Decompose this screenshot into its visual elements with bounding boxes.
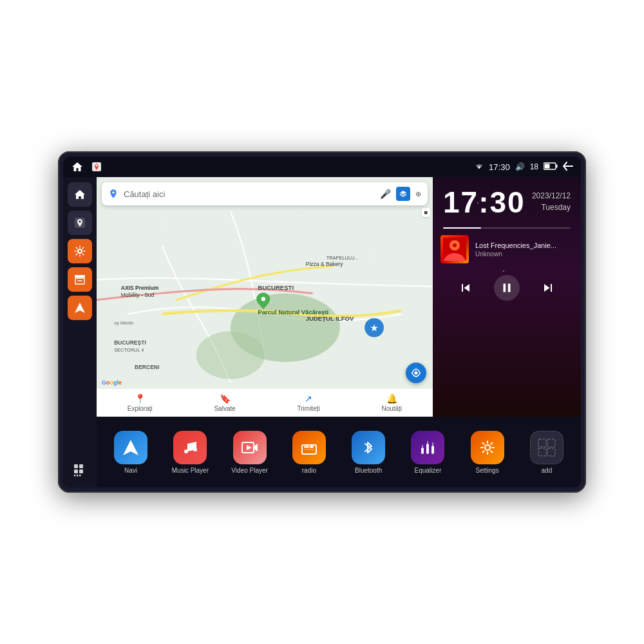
album-art-image	[440, 235, 469, 263]
music-artist: Unknown	[475, 251, 573, 258]
svg-rect-54	[431, 446, 434, 454]
battery-level: 18	[530, 162, 538, 171]
device: 17:30 🔊 18	[58, 151, 586, 493]
next-button[interactable]	[536, 276, 560, 299]
app-grid: Navi Music Player	[97, 417, 581, 488]
sidebar-item-apps[interactable]	[68, 458, 92, 482]
svg-marker-11	[75, 303, 85, 313]
svg-rect-59	[538, 439, 546, 447]
center-area: AXIS Premium Mobility - Sud Pizza & Bake…	[97, 177, 581, 488]
map-search-bar[interactable]: Căutați aici 🎤 ⊕	[102, 182, 428, 205]
svg-point-41	[193, 448, 197, 451]
svg-rect-60	[547, 439, 555, 447]
svg-point-6	[79, 221, 81, 223]
status-time: 17:30	[489, 162, 510, 172]
status-bar: 17:30 🔊 18	[63, 156, 581, 177]
settings-icon	[471, 431, 504, 464]
svg-rect-17	[77, 475, 79, 477]
album-art	[440, 235, 469, 263]
google-maps-icon	[108, 189, 118, 199]
video-icon	[233, 431, 267, 464]
app-item-radio[interactable]: radio	[281, 431, 337, 474]
svg-marker-39	[123, 440, 138, 455]
status-right-info: 17:30 🔊 18	[475, 162, 573, 173]
svg-rect-3	[556, 164, 558, 167]
svg-point-1	[96, 165, 98, 167]
svg-rect-14	[74, 469, 78, 473]
svg-text:SECTORUL 4: SECTORUL 4	[114, 347, 144, 353]
music-progress-fill	[443, 227, 481, 229]
equalizer-icon	[411, 431, 444, 464]
map-icon[interactable]	[90, 160, 103, 173]
svg-rect-13	[79, 464, 83, 468]
clock-date-value: 2023/12/12	[532, 190, 571, 202]
map-nav-explore[interactable]: 📍 Explorați	[128, 393, 153, 412]
app-item-bluetooth[interactable]: Bluetooth	[341, 431, 396, 474]
map-area[interactable]: AXIS Premium Mobility - Sud Pizza & Bake…	[97, 177, 433, 417]
svg-text:BUCUREȘTI: BUCUREȘTI	[258, 284, 294, 291]
main-content: AXIS Premium Mobility - Sud Pizza & Bake…	[63, 177, 581, 488]
app-item-video[interactable]: Video Player	[222, 431, 278, 474]
prev-button[interactable]	[454, 276, 477, 299]
svg-rect-62	[547, 448, 555, 456]
map-nav-news[interactable]: 🔔 Noutăți	[381, 393, 402, 412]
sidebar-item-navigation[interactable]	[68, 296, 92, 320]
svg-rect-52	[421, 448, 424, 454]
svg-text:★: ★	[370, 323, 378, 333]
sidebar	[63, 177, 97, 488]
svg-rect-18	[79, 475, 81, 477]
app-item-settings[interactable]: Settings	[460, 431, 515, 474]
app-item-add[interactable]: add	[519, 431, 574, 474]
map-search-placeholder: Căutați aici	[124, 189, 375, 199]
zoom-controls: ⊕	[415, 190, 421, 198]
svg-text:Mobility - Sud: Mobility - Sud	[121, 292, 155, 298]
home-icon[interactable]	[71, 160, 84, 173]
clock-date: 2023/12/12 Tuesday	[532, 190, 571, 213]
right-panel: 17:30 2023/12/12 Tuesday	[433, 177, 581, 417]
svg-rect-8	[75, 275, 85, 278]
svg-rect-12	[74, 464, 78, 468]
map-nav-saved[interactable]: 🔖 Salvate	[214, 393, 235, 412]
svg-point-33	[261, 297, 265, 301]
map-zoom-level: ■	[422, 208, 430, 217]
wifi-icon	[475, 162, 484, 172]
music-icon	[173, 431, 207, 464]
radio-label: radio	[281, 467, 337, 474]
pause-button[interactable]	[494, 275, 520, 301]
sidebar-item-archive[interactable]	[68, 267, 92, 292]
svg-text:Pizza & Bakery: Pizza & Bakery	[306, 261, 343, 267]
music-progress-bar[interactable]	[443, 227, 571, 229]
music-section: Lost Frequencies_Janie... Unknown	[433, 229, 581, 270]
svg-text:BUCUREȘTI: BUCUREȘTI	[114, 339, 146, 346]
add-label: add	[519, 467, 574, 474]
svg-text:AXIS Premium: AXIS Premium	[121, 285, 159, 291]
map-background: AXIS Premium Mobility - Sud Pizza & Bake…	[97, 177, 433, 417]
mic-icon[interactable]: 🎤	[380, 189, 391, 199]
svg-rect-61	[538, 448, 546, 456]
map-nav-share[interactable]: ↗ Trimiteți	[298, 393, 320, 412]
music-title: Lost Frequencies_Janie...	[475, 242, 573, 249]
sidebar-item-map[interactable]	[68, 211, 92, 235]
svg-point-58	[485, 445, 490, 450]
navi-icon	[114, 431, 147, 464]
layers-icon[interactable]	[396, 187, 410, 201]
app-item-navi[interactable]: Navi	[103, 431, 158, 474]
svg-point-40	[184, 450, 188, 453]
sidebar-item-home[interactable]	[68, 182, 92, 207]
svg-text:oy Merlin: oy Merlin	[114, 320, 133, 326]
back-icon[interactable]	[563, 162, 573, 173]
svg-text:BERCENI: BERCENI	[135, 364, 159, 370]
volume-icon: 🔊	[515, 162, 525, 171]
app-item-equalizer[interactable]: Equalizer	[400, 431, 455, 474]
bluetooth-label: Bluetooth	[341, 467, 396, 474]
top-section: AXIS Premium Mobility - Sud Pizza & Bake…	[97, 177, 581, 417]
radio-icon	[292, 431, 326, 464]
map-location-button[interactable]	[406, 363, 426, 383]
svg-point-38	[453, 243, 457, 247]
app-item-music[interactable]: Music Player	[162, 431, 218, 474]
svg-text:JUDEȚUL ILFOV: JUDEȚUL ILFOV	[306, 315, 354, 322]
svg-point-21	[196, 331, 265, 379]
svg-rect-4	[545, 164, 550, 168]
bluetooth-icon	[352, 431, 385, 464]
sidebar-item-settings[interactable]	[68, 239, 92, 263]
